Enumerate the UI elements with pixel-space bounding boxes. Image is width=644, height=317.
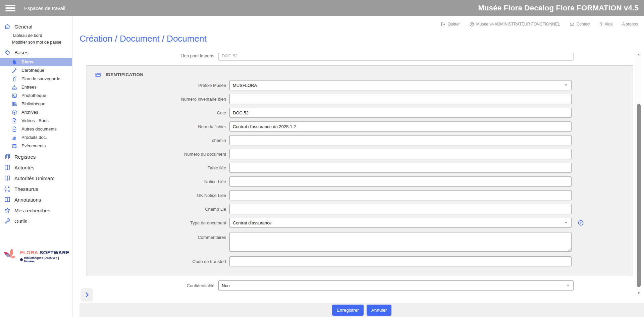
vertical-scrollbar[interactable]: ▲ ▼	[636, 52, 641, 296]
form-row-nom-du-fichier: Nom du fichier	[87, 121, 633, 131]
page-title: Création / Document / Document	[79, 34, 644, 44]
photo-icon	[11, 93, 17, 99]
sidebar-item-carotheque[interactable]: Carothèque	[0, 66, 72, 74]
svg-text:B: B	[7, 189, 10, 192]
code-de-transfert-input[interactable]	[229, 256, 572, 266]
books-icon	[11, 101, 17, 107]
extinguisher-icon	[11, 76, 17, 82]
form-row-numero-inventaire-bien: Numéro inventaire bien	[87, 94, 633, 104]
sidebar-item-thesaurus[interactable]: ABThesaurus	[0, 183, 72, 194]
book-icon	[4, 196, 11, 203]
save-button[interactable]: Enregistrer	[332, 305, 364, 316]
notice-liee-input[interactable]	[229, 176, 572, 187]
userbar-label: Quitter	[448, 22, 460, 27]
bottom-action-bar: Enregistrer Annuler	[79, 303, 644, 317]
sidebar-link-tableau-de-bord[interactable]: Tableau de bord	[12, 32, 72, 39]
userbar-quitter[interactable]: Quitter	[441, 22, 460, 27]
identification-section-header[interactable]: IDENTIFICATION	[95, 71, 144, 78]
field-label: Numéro du document	[87, 149, 229, 159]
sidebar-item-general[interactable]: Général	[0, 21, 72, 32]
lien-pour-imports-label: Lien pour imports	[72, 53, 218, 58]
sidebar-item-phototheque[interactable]: Photothèque	[0, 91, 72, 100]
sidebar-item-archives[interactable]: Archives	[0, 108, 72, 116]
lien-pour-imports-row: Lien pour imports	[72, 53, 635, 61]
sidebar-item-label: Plan de sauvegarde	[21, 76, 60, 81]
book-icon	[4, 175, 11, 181]
champ-lie-input[interactable]	[229, 204, 572, 214]
userbar-a-propos[interactable]: A propos	[622, 22, 638, 27]
hamburger-menu-icon[interactable]	[5, 5, 15, 11]
expand-panel-button[interactable]	[80, 288, 93, 302]
sidebar-item-autres-documents[interactable]: Autres documents	[0, 125, 72, 133]
scroll-down-arrow[interactable]: ▼	[636, 291, 642, 296]
prefixe-musee-select[interactable]: MUSFLORA▼	[229, 80, 572, 90]
sidebar-item-autorites[interactable]: Autorités	[0, 162, 72, 173]
sidebar-section-label: Registres	[14, 154, 36, 160]
numero-du-document-input[interactable]	[229, 149, 572, 159]
form-row-notice-liee: Notice Liée	[87, 176, 633, 187]
folder-icon	[95, 71, 101, 78]
sidebar-item-evenements[interactable]: Evènements	[0, 142, 72, 150]
sidebar-item-label: Evènements	[21, 143, 46, 148]
confidentialite-value: Non	[222, 283, 567, 288]
sidebar-item-label: Autres documents	[21, 126, 57, 131]
uk-notice-liee-input[interactable]	[229, 190, 572, 200]
carrot-icon	[11, 67, 17, 73]
logo-software: SOFTWARE	[40, 250, 69, 255]
scroll-up-arrow[interactable]: ▲	[636, 52, 642, 57]
sidebar-item-label: Archives	[21, 110, 38, 115]
form-row-chemin: chemin	[87, 135, 633, 145]
identification-title: IDENTIFICATION	[106, 72, 144, 77]
commentaires-textarea[interactable]	[229, 232, 572, 252]
add-type-button[interactable]	[578, 220, 584, 226]
sidebar-item-bibliotheque[interactable]: Bibliothèque	[0, 100, 72, 108]
scrollbar-thumb[interactable]	[637, 104, 641, 287]
sidebar-item-entrees[interactable]: Entrées	[0, 83, 72, 91]
form-row-commentaires: Commentaires	[87, 232, 633, 253]
userbar-aide[interactable]: ?Aide	[600, 21, 613, 27]
confidentialite-label: Confidentialité	[72, 283, 218, 288]
sidebar-item-label: Carothèque	[21, 68, 44, 73]
cote-input[interactable]	[229, 108, 572, 118]
lien-pour-imports-input[interactable]	[218, 53, 574, 61]
sidebar-item-outils[interactable]: Outils	[0, 216, 72, 226]
userbar-contact[interactable]: Contact	[570, 22, 590, 27]
sidebar-item-produits-doc[interactable]: Produits doc.	[0, 133, 72, 142]
sidebar-item-plan-de-sauvegarde[interactable]: Plan de sauvegarde	[0, 74, 72, 83]
type-de-document-select[interactable]: Contrat d'assurance▼	[229, 218, 572, 228]
book-icon	[4, 164, 11, 171]
sidebar-item-autorites-unimarc[interactable]: Autorités Unimarc	[0, 173, 72, 183]
cancel-button[interactable]: Annuler	[367, 305, 392, 316]
field-label: Type de document	[87, 218, 229, 228]
form-row-prefixe-musee: Préfixe MuséeMUSFLORA▼	[87, 80, 633, 90]
sidebar-item-bases[interactable]: Bases	[0, 47, 72, 58]
select-value: Contrat d'assurance	[233, 220, 565, 225]
app-title: Musée Flora Decalog Flora FORMATION v4.5	[478, 4, 639, 12]
sidebar-general-label: Général	[14, 24, 32, 30]
sidebar-link-modifier-mot-de-passe[interactable]: Modifier son mot de passe	[12, 39, 72, 46]
calendar-icon	[11, 143, 17, 149]
field-label: UK Notice Liée	[87, 190, 229, 200]
flora-software-logo: FLORA SOFTWARE Bibliothèques | Archives …	[3, 248, 70, 265]
confidentialite-select[interactable]: Non ▼	[218, 280, 574, 290]
sidebar-item-videos-sons[interactable]: Vidéos - Sons	[0, 116, 72, 125]
top-bar: Espaces de travail Musée Flora Decalog F…	[0, 0, 644, 16]
sidebar-item-mes-recherches[interactable]: Mes recherches	[0, 205, 72, 216]
logout-icon	[441, 22, 446, 27]
sidebar-item-label: Produits doc.	[21, 135, 47, 140]
numero-inventaire-bien-input[interactable]	[229, 94, 572, 104]
tag-icon	[4, 49, 11, 56]
chemin-input[interactable]	[229, 135, 572, 145]
form-row-code-de-transfert: Code de transfert	[87, 256, 633, 266]
sidebar-sections: RegistresAutoritésAutorités UnimarcABThe…	[0, 151, 72, 226]
user-bar: QuitterMusée v4 ADMINISTRATEUR FONCTIONN…	[72, 16, 644, 29]
userbar-musee-v4-administrateur-fonctionnel[interactable]: Musée v4 ADMINISTRATEUR FONCTIONNEL	[469, 22, 560, 27]
sidebar-item-biens[interactable]: ♞Biens	[0, 58, 72, 66]
table-liee-input[interactable]	[229, 163, 572, 173]
userbar-label: Aide	[605, 22, 613, 27]
workspace-label[interactable]: Espaces de travail	[24, 5, 65, 11]
sidebar-item-registres[interactable]: Registres	[0, 151, 72, 162]
form-row-cote: Cote	[87, 108, 633, 118]
nom-du-fichier-input[interactable]	[229, 121, 572, 131]
sidebar-item-annotations[interactable]: Annotations	[0, 194, 72, 205]
